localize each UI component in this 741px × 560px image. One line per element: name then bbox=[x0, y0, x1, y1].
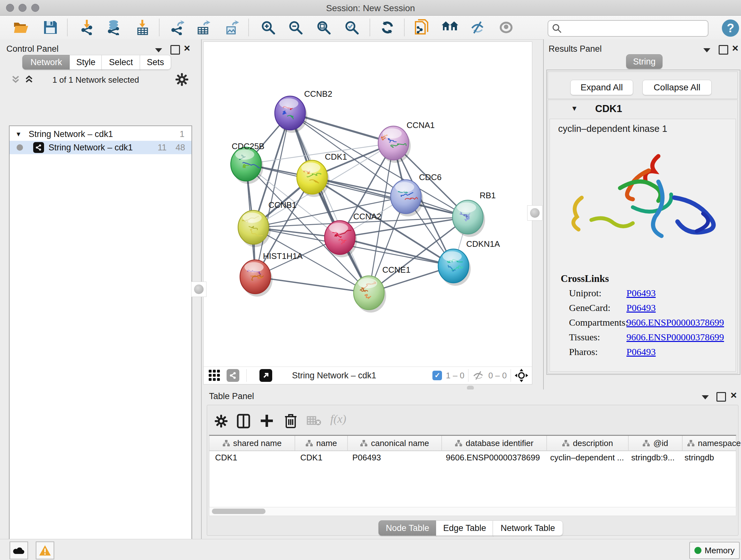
add-column-icon[interactable] bbox=[259, 414, 274, 428]
network-tree: ▼ String Network – cdk1 1 String Network… bbox=[9, 125, 192, 560]
import-table-icon[interactable] bbox=[134, 20, 151, 35]
table-panel-close-icon[interactable]: × bbox=[731, 389, 737, 401]
table-panel-float-icon[interactable] bbox=[701, 395, 710, 400]
column-header-database-identifier[interactable]: database identifier bbox=[442, 436, 547, 450]
network-node-cdk1[interactable]: CDK1 bbox=[297, 152, 347, 197]
table-cell[interactable]: P06493 bbox=[347, 453, 440, 462]
show-columns-icon[interactable] bbox=[237, 414, 251, 429]
network-node-hist1h1a[interactable]: HIST1H1A bbox=[240, 251, 303, 297]
network-node-ccne1[interactable]: CCNE1 bbox=[354, 265, 410, 313]
zoom-in-icon[interactable] bbox=[260, 20, 276, 35]
column-header-description[interactable]: description bbox=[547, 436, 629, 450]
results-panel-float-icon[interactable] bbox=[703, 48, 711, 53]
selected-checkbox-icon[interactable]: ✓ bbox=[432, 371, 442, 380]
collection-label: String Network – cdk1 bbox=[29, 129, 113, 139]
network-node-ccna1[interactable]: CCNA1 bbox=[378, 120, 434, 163]
export-network-icon[interactable] bbox=[169, 20, 185, 35]
show-all-icon[interactable] bbox=[498, 20, 515, 35]
fit-content-crosshair-icon[interactable] bbox=[515, 369, 528, 382]
open-view-icon[interactable] bbox=[259, 369, 272, 382]
cloud-button[interactable] bbox=[10, 542, 28, 559]
crosslink-genecard-link[interactable]: P06493 bbox=[626, 302, 656, 313]
table-options-gear-icon[interactable] bbox=[214, 414, 228, 428]
column-header-canonical-name[interactable]: canonical name bbox=[348, 436, 442, 450]
results-panel-maximize-icon[interactable] bbox=[719, 45, 728, 55]
home-icon[interactable] bbox=[442, 20, 458, 35]
tab-network[interactable]: Network bbox=[22, 55, 70, 70]
column-header--id[interactable]: @id bbox=[629, 436, 683, 450]
column-header-shared-name[interactable]: shared name bbox=[209, 436, 295, 450]
memory-button[interactable]: Memory bbox=[689, 542, 740, 559]
network-node-cdc25b[interactable]: CDC25B bbox=[231, 141, 265, 184]
hide-selected-icon[interactable] bbox=[470, 20, 486, 35]
network-node-cdkn1a[interactable]: CDKN1A bbox=[438, 239, 500, 286]
table-cell[interactable]: stringdb bbox=[679, 453, 741, 462]
delete-table-icon bbox=[307, 415, 321, 426]
zoom-out-icon[interactable] bbox=[287, 20, 304, 35]
table-cell[interactable]: stringdb:9... bbox=[625, 453, 679, 462]
left-splitter-handle[interactable] bbox=[191, 282, 206, 297]
table-cell[interactable]: CDK1 bbox=[209, 453, 294, 462]
collapse-all-button[interactable]: Collapse All bbox=[643, 80, 712, 95]
right-splitter-handle[interactable] bbox=[527, 205, 542, 221]
tab-sets[interactable]: Sets bbox=[140, 55, 171, 70]
network-options-gear-icon[interactable] bbox=[175, 72, 189, 86]
table-horizontal-scrollbar[interactable] bbox=[209, 507, 736, 516]
grid-view-icon[interactable] bbox=[208, 369, 221, 382]
zoom-selected-icon[interactable] bbox=[343, 20, 360, 35]
control-panel: Control Panel × Network Style Select Set… bbox=[0, 39, 202, 539]
expand-all-button[interactable]: Expand All bbox=[570, 80, 633, 95]
search-input[interactable] bbox=[565, 23, 704, 34]
tab-style[interactable]: Style bbox=[70, 55, 102, 70]
network-share-icon[interactable] bbox=[226, 369, 239, 382]
save-session-icon[interactable] bbox=[42, 20, 59, 35]
table-cell[interactable]: 9606.ENSP00000378699 bbox=[440, 453, 544, 462]
refresh-icon[interactable] bbox=[379, 20, 396, 35]
network-node-ccnb2[interactable]: CCNB2 bbox=[275, 89, 332, 133]
network-view-canvas[interactable]: CCNB2CCNA1CDC25BCDK1CDC6RB1CCNB1CCNA2CDK… bbox=[203, 42, 532, 367]
column-header-name[interactable]: name bbox=[295, 436, 348, 450]
table-panel-maximize-icon[interactable] bbox=[717, 392, 726, 401]
network-edge[interactable] bbox=[290, 113, 369, 293]
tab-node-table[interactable]: Node Table bbox=[379, 520, 436, 536]
table-cell[interactable]: CDK1 bbox=[294, 453, 347, 462]
disclosure-triangle-icon[interactable]: ▼ bbox=[15, 131, 22, 138]
crosslink-compartments-link[interactable]: 9606.ENSP00000378699 bbox=[626, 317, 724, 328]
scrollbar-thumb[interactable] bbox=[212, 509, 266, 514]
column-header-namespace[interactable]: namespace bbox=[683, 436, 741, 450]
search-field[interactable] bbox=[548, 20, 709, 37]
table-cell[interactable]: cyclin–dependent ... bbox=[544, 453, 625, 462]
results-panel-close-icon[interactable]: × bbox=[732, 42, 738, 54]
table-row[interactable]: CDK1CDK1P064939606.ENSP00000378699cyclin… bbox=[209, 451, 736, 464]
crosslink-pharos-link[interactable]: P06493 bbox=[626, 347, 656, 357]
export-table-icon[interactable] bbox=[195, 20, 212, 35]
import-network-database-icon[interactable] bbox=[105, 20, 122, 35]
control-panel-maximize-icon[interactable] bbox=[171, 45, 180, 55]
export-image-icon[interactable] bbox=[223, 20, 240, 35]
gene-disclosure-icon[interactable]: ▼ bbox=[571, 105, 578, 113]
open-in-string-icon[interactable] bbox=[414, 20, 430, 35]
tab-network-table[interactable]: Network Table bbox=[493, 520, 563, 536]
import-network-icon[interactable] bbox=[78, 20, 95, 35]
collapse-tree-icon[interactable] bbox=[24, 74, 34, 84]
network-collection-row[interactable]: ▼ String Network – cdk1 1 bbox=[10, 127, 192, 141]
network-node-ccnb1[interactable]: CCNB1 bbox=[238, 200, 296, 247]
open-session-icon[interactable] bbox=[13, 20, 29, 35]
help-icon[interactable]: ? bbox=[722, 19, 739, 37]
warnings-button[interactable] bbox=[36, 542, 54, 559]
tab-select[interactable]: Select bbox=[102, 55, 140, 70]
control-panel-close-icon[interactable]: × bbox=[184, 42, 190, 54]
window-title: Session: New Session bbox=[0, 3, 741, 13]
string-network-graph[interactable]: CCNB2CCNA1CDC25BCDK1CDC6RB1CCNB1CCNA2CDK… bbox=[204, 42, 532, 367]
tab-edge-table[interactable]: Edge Table bbox=[436, 520, 493, 536]
network-row[interactable]: String Network – cdk1 11 48 bbox=[10, 141, 192, 154]
network-node-cdc6[interactable]: CDC6 bbox=[391, 172, 442, 216]
network-node-rb1[interactable]: RB1 bbox=[453, 191, 496, 237]
crosslink-tissues-link[interactable]: 9606.ENSP00000378699 bbox=[626, 332, 724, 343]
zoom-fit-icon[interactable] bbox=[315, 20, 332, 35]
expand-tree-icon[interactable] bbox=[11, 74, 20, 84]
crosslink-uniprot-link[interactable]: P06493 bbox=[626, 288, 656, 299]
tab-string[interactable]: String bbox=[626, 54, 663, 69]
delete-column-icon[interactable] bbox=[284, 413, 297, 429]
control-panel-float-icon[interactable] bbox=[154, 48, 163, 53]
